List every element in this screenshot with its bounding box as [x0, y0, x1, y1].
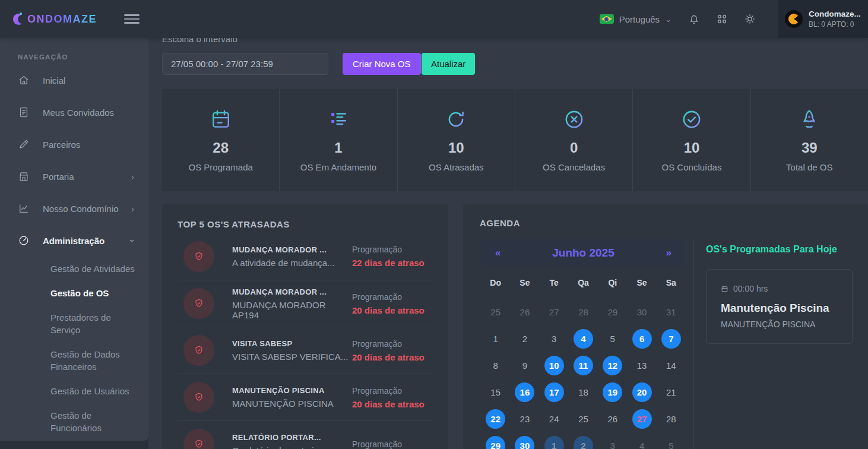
- sidebar-subitem-prestadores-de-servico[interactable]: Prestadores de Serviço: [0, 305, 148, 342]
- create-os-button[interactable]: Criar Nova OS: [343, 53, 421, 75]
- calendar-day-24[interactable]: 24: [540, 406, 569, 432]
- sidebar-subitem-dashboard-administracao[interactable]: Dashboard Administração: [0, 440, 148, 441]
- calendar-day-9[interactable]: 9: [510, 352, 539, 379]
- calendar-day-8[interactable]: 8: [481, 352, 510, 379]
- today-os-card[interactable]: 00:00 hrs Manutenção Piscina MANUTENÇÃO …: [706, 269, 853, 344]
- sidebar-item-nosso-condominio[interactable]: Nosso Condomínio›: [0, 192, 148, 224]
- calendar-day-4-event[interactable]: 4: [569, 325, 598, 352]
- calendar-day-27-today[interactable]: 27: [627, 406, 656, 432]
- overdue-text: MUDANÇA MORADOR ...MUDANÇA MORADOR AP194: [232, 287, 352, 320]
- sidebar-subitem-gestao-de-dados-financeiros[interactable]: Gestão de Dados Financeiros: [0, 342, 148, 379]
- overdue-tag: Programação: [352, 386, 433, 396]
- calendar-day-25-muted[interactable]: 25: [481, 299, 510, 325]
- language-selector[interactable]: Português ⌄: [600, 14, 671, 24]
- calendar-day-26[interactable]: 26: [598, 406, 627, 432]
- calendar-day-19-event[interactable]: 19: [598, 379, 627, 406]
- sidebar-item-label: Portaria: [43, 172, 74, 182]
- sidebar-item-administracao[interactable]: Administração›: [0, 224, 148, 257]
- calendar-prev-button[interactable]: «: [495, 247, 500, 259]
- sidebar-subitem-gestao-de-funcionarios[interactable]: Gestão de Funcionários: [0, 403, 148, 440]
- calendar-day-18[interactable]: 18: [569, 379, 598, 406]
- refresh-button[interactable]: Atualizar: [422, 53, 475, 75]
- theme-toggle-button[interactable]: [736, 12, 764, 26]
- stat-card-os-atrasadas[interactable]: 10OS Atrasadas: [397, 89, 515, 191]
- calendar-weekday: Se: [627, 271, 656, 294]
- calendar-day-10-event[interactable]: 10: [540, 352, 569, 379]
- calendar-day-29-muted[interactable]: 29: [598, 299, 627, 325]
- calendar-day-6-event[interactable]: 6: [627, 325, 656, 352]
- calendar-day-31-muted[interactable]: 31: [657, 299, 686, 325]
- calendar-day-28[interactable]: 28: [657, 406, 686, 432]
- calendar-day-5-muted[interactable]: 5: [657, 432, 686, 449]
- overdue-os-row[interactable]: MUDANÇA MORADOR ...A atividade de mudanç…: [178, 233, 433, 280]
- calendar-day-21[interactable]: 21: [657, 379, 686, 406]
- stat-card-os-em-andamento[interactable]: 1OS Em Andamento: [279, 89, 397, 191]
- calendar-day-30-event[interactable]: 30: [510, 432, 539, 449]
- sidebar-subitem-gestao-de-os[interactable]: Gestão de OS: [0, 281, 148, 305]
- calendar-day-3-muted[interactable]: 3: [598, 432, 627, 449]
- calendar-next-button[interactable]: »: [666, 247, 671, 259]
- calendar-day-23[interactable]: 23: [510, 406, 539, 432]
- calendar-month-label: Junho 2025: [500, 246, 666, 260]
- calendar-day-11-event[interactable]: 11: [569, 352, 598, 379]
- calendar-day-28-muted[interactable]: 28: [569, 299, 598, 325]
- chevron-icon: ›: [131, 172, 134, 182]
- date-range-input[interactable]: [162, 53, 328, 75]
- calendar-day-25[interactable]: 25: [569, 406, 598, 432]
- stat-card-os-concluidas[interactable]: 10OS Concluídas: [632, 89, 750, 191]
- calendar-day-4-muted[interactable]: 4: [627, 432, 656, 449]
- overdue-delay-block: Programação20 dias de atraso: [352, 339, 433, 362]
- calendar-day-1[interactable]: 1: [481, 325, 510, 352]
- sidebar-item-meus-convidados[interactable]: Meus Convidados: [0, 96, 148, 128]
- calendar-day-7-event[interactable]: 7: [657, 325, 686, 352]
- sidebar-item-portaria[interactable]: Portaria›: [0, 160, 148, 192]
- menu-toggle-icon[interactable]: [124, 14, 140, 24]
- calendar-day-27-muted[interactable]: 27: [540, 299, 569, 325]
- overdue-os-row[interactable]: MUDANÇA MORADOR ...MUDANÇA MORADOR AP194…: [178, 280, 433, 327]
- calendar-weekday-row: DoSeTeQaQiSeSa: [481, 271, 686, 294]
- shield-icon: [194, 345, 204, 356]
- calendar-day-15[interactable]: 15: [481, 379, 510, 406]
- calendar-weekday: Qi: [598, 271, 627, 294]
- calendar-day-2[interactable]: 2: [510, 325, 539, 352]
- brazil-flag-icon: [600, 14, 614, 24]
- overdue-subtitle: O relatório de portaria...: [232, 445, 352, 449]
- sidebar-subitem-gestao-de-usuarios[interactable]: Gestão de Usuários: [0, 379, 148, 403]
- sidebar-item-inicial[interactable]: Inicial: [0, 64, 148, 96]
- sidebar-item-parceiros[interactable]: Parceiros: [0, 128, 148, 160]
- overdue-title: RELATÓRIO PORTAR...: [232, 433, 352, 442]
- sidebar-subitem-gestao-de-atividades[interactable]: Gestão de Atividades: [0, 257, 148, 281]
- calendar-day-17-event[interactable]: 17: [540, 379, 569, 406]
- calendar-day-26-muted[interactable]: 26: [510, 299, 539, 325]
- overdue-os-row[interactable]: MANUTENÇÃO PISCINAMANUTENÇÃO PISCINAProg…: [178, 374, 433, 420]
- overdue-subtitle: MANUTENÇÃO PISCINA: [232, 399, 352, 409]
- calendar-day-3[interactable]: 3: [540, 325, 569, 352]
- calendar-day-16-event[interactable]: 16: [510, 379, 539, 406]
- overdue-os-row[interactable]: RELATÓRIO PORTAR...O relatório de portar…: [178, 420, 433, 449]
- calendar-day-12-event[interactable]: 12: [598, 352, 627, 379]
- today-os-event-title: Manutenção Piscina: [721, 302, 838, 315]
- calendar-day-22-event[interactable]: 22: [481, 406, 510, 432]
- overdue-subtitle: A atividade de mudança...: [232, 258, 352, 268]
- calendar-day-29-event[interactable]: 29: [481, 432, 510, 449]
- app-logo[interactable]: ONDOMAZE: [13, 12, 97, 26]
- stat-card-total-de-os[interactable]: 39Total de OS: [750, 89, 868, 191]
- calendar-day-20-event[interactable]: 20: [627, 379, 656, 406]
- overdue-avatar: [183, 382, 214, 413]
- notifications-button[interactable]: [680, 12, 708, 26]
- overdue-delay: 20 dias de atraso: [352, 352, 433, 362]
- calendar-day-30-muted[interactable]: 30: [627, 299, 656, 325]
- overdue-os-row[interactable]: VISITA SABESPVISITA SABESP VERIFICA...Pr…: [178, 327, 433, 374]
- calendar-day-5[interactable]: 5: [598, 325, 627, 352]
- apps-button[interactable]: [708, 12, 736, 26]
- stat-card-os-canceladas[interactable]: 0OS Canceladas: [515, 89, 632, 191]
- calendar-day-13[interactable]: 13: [627, 352, 656, 379]
- mini-calendar-icon: [721, 285, 728, 293]
- today-os-event-subtitle: MANUTENÇÃO PISCINA: [721, 320, 838, 329]
- chevron-icon: ›: [128, 239, 138, 242]
- calendar-day-2-event-muted[interactable]: 2: [569, 432, 598, 449]
- user-menu[interactable]: Condomaze... BL: 0 APTO: 0: [778, 0, 868, 38]
- calendar-day-14[interactable]: 14: [657, 352, 686, 379]
- stat-card-os-programada[interactable]: 28OS Programada: [162, 89, 279, 191]
- calendar-day-1-event-muted[interactable]: 1: [540, 432, 569, 449]
